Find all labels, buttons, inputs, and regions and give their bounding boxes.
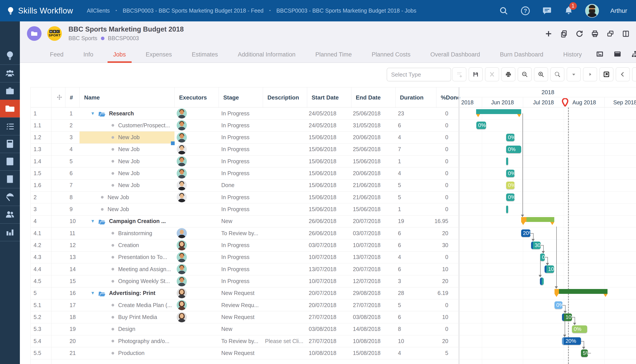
gantt-task-bar[interactable]: 0% xyxy=(506,146,521,153)
executor-cell[interactable] xyxy=(177,144,219,155)
table-row[interactable]: 28New JobIn Progress15/06/201821/06/2018… xyxy=(31,191,458,204)
executor-avatar[interactable] xyxy=(177,228,187,238)
job-name[interactable]: Meeting and Assign... xyxy=(118,266,171,272)
stage-cell[interactable]: To Review by... xyxy=(221,335,264,347)
start-date-cell[interactable]: 27/07/2018 xyxy=(309,335,351,347)
executor-cell[interactable] xyxy=(177,155,219,167)
table-row[interactable]: 5.218Buy Print MediaNew Request27/07/201… xyxy=(31,311,458,324)
sidebar-item-receipt[interactable] xyxy=(0,170,20,188)
gantt-task-bar[interactable]: 20% xyxy=(540,278,544,285)
description-cell[interactable] xyxy=(265,251,308,263)
table-row[interactable]: 5.521ProductionNew Request10/08/201815/0… xyxy=(31,347,458,359)
job-name[interactable]: Presentation to To... xyxy=(118,254,167,260)
start-date-cell[interactable]: 24/05/2018 xyxy=(309,108,351,119)
gantt-task-bar[interactable]: 30% xyxy=(531,242,541,249)
job-name[interactable]: Buy Print Media xyxy=(118,314,157,320)
pct-done-cell[interactable]: 10 xyxy=(415,311,448,323)
pct-done-cell[interactable]: 16.95 xyxy=(415,215,448,227)
caret-down-button[interactable] xyxy=(567,67,581,82)
executor-cell[interactable] xyxy=(177,215,219,227)
save-button[interactable] xyxy=(469,67,483,82)
job-name-cell[interactable]: ▼Research xyxy=(80,108,185,119)
select-type-input[interactable] xyxy=(387,68,451,82)
tab-planned-costs[interactable]: Planned Costs xyxy=(366,46,416,62)
table-row[interactable]: 410▼Campaign Creation ...New26/06/201820… xyxy=(31,215,458,228)
start-date-column-header[interactable]: Start Date xyxy=(307,87,351,108)
table-row[interactable]: 5.420Photography and/o...To Review by...… xyxy=(31,335,458,347)
sidebar-item-calculator[interactable] xyxy=(0,135,20,153)
executor-avatar[interactable] xyxy=(177,168,187,178)
pct-done-cell[interactable]: 0 xyxy=(415,168,448,179)
job-name[interactable]: Creation xyxy=(118,242,139,248)
wbs-column-header[interactable] xyxy=(31,87,51,108)
end-date-cell[interactable]: 10/07/2018 xyxy=(353,239,395,251)
description-cell[interactable] xyxy=(265,119,308,131)
stage-cell[interactable]: In Progress xyxy=(221,144,264,155)
export-button[interactable] xyxy=(599,67,613,82)
pct-done-cell[interactable]: 0 xyxy=(415,251,448,263)
gantt-task-bar[interactable]: 0% xyxy=(540,254,545,261)
executor-avatar[interactable] xyxy=(177,288,187,298)
job-name[interactable]: Campaign Creation ... xyxy=(109,218,166,224)
executor-cell[interactable] xyxy=(177,275,219,287)
executor-avatar[interactable] xyxy=(177,300,187,310)
client-name[interactable]: BBC Sports xyxy=(69,35,97,42)
today-pin-icon[interactable] xyxy=(562,98,568,106)
description-cell[interactable] xyxy=(265,311,308,323)
stage-cell[interactable]: New Request xyxy=(221,347,264,359)
gantt-task-bar[interactable]: 0% xyxy=(554,301,562,309)
job-name[interactable]: Design xyxy=(118,326,135,332)
tab-history[interactable]: History xyxy=(557,46,587,62)
executor-cell[interactable] xyxy=(177,227,219,239)
zoom-in-button[interactable] xyxy=(534,67,548,82)
executor-avatar[interactable] xyxy=(177,252,187,262)
executor-cell[interactable] xyxy=(177,287,219,299)
help-icon[interactable]: ? xyxy=(520,6,530,16)
stage-cell[interactable]: Review Requ... xyxy=(221,299,264,311)
description-cell[interactable] xyxy=(265,275,308,287)
tab-estimates[interactable]: Estimates xyxy=(186,46,224,62)
job-name[interactable]: New Job xyxy=(118,182,140,188)
job-name[interactable]: New Job xyxy=(118,158,140,164)
end-date-cell[interactable]: 15/06/2018 xyxy=(353,155,395,167)
start-date-cell[interactable]: 27/07/2018 xyxy=(309,311,351,323)
pct-done-cell[interactable]: 10 xyxy=(415,263,448,275)
pct-done-cell[interactable]: 0 xyxy=(415,299,448,311)
pct-done-cell[interactable]: 0 xyxy=(415,323,448,335)
job-name[interactable]: Photography and/o... xyxy=(118,338,169,344)
search-icon[interactable] xyxy=(499,6,509,16)
description-cell[interactable] xyxy=(265,204,308,215)
job-name[interactable]: Customer/Prospect... xyxy=(118,122,170,128)
start-date-cell[interactable]: 13/07/2018 xyxy=(309,263,351,275)
pct-done-cell[interactable]: 0 xyxy=(415,108,448,119)
description-cell[interactable] xyxy=(265,144,308,155)
tab-feed[interactable]: Feed xyxy=(44,46,69,62)
job-name[interactable]: New Job xyxy=(118,134,140,140)
tab-planned-time[interactable]: Planned Time xyxy=(309,46,358,62)
job-name[interactable]: Research xyxy=(109,110,134,117)
job-name[interactable]: New Job xyxy=(118,170,140,176)
pct-done-cell[interactable]: 20 xyxy=(415,335,448,347)
start-date-cell[interactable]: 15/06/2018 xyxy=(309,132,351,144)
user-avatar[interactable] xyxy=(585,4,599,18)
description-cell[interactable]: Please set Cli... xyxy=(265,335,308,347)
table-row[interactable]: 4.414Meeting and Assign...In Progress13/… xyxy=(31,263,458,275)
job-name[interactable]: New Job xyxy=(108,206,129,212)
zoom-out-button[interactable] xyxy=(518,67,532,82)
tab-expenses[interactable]: Expenses xyxy=(140,46,178,62)
gantt-task-bar[interactable]: 0% xyxy=(506,170,515,177)
pct-done-cell[interactable]: 30 xyxy=(415,239,448,251)
end-date-cell[interactable]: 15/06/2018 xyxy=(353,204,395,215)
executor-cell[interactable] xyxy=(177,168,219,179)
tab-overall-dashboard[interactable]: Overall Dashboard xyxy=(425,46,486,62)
job-name[interactable]: Brainstorming xyxy=(118,230,152,236)
duplicate-icon[interactable] xyxy=(560,30,568,38)
end-date-cell[interactable]: 31/05/2018 xyxy=(353,119,395,131)
gantt-task-bar[interactable]: 0% xyxy=(476,122,486,129)
sidebar-item-document[interactable] xyxy=(0,153,20,171)
executor-cell[interactable] xyxy=(177,191,219,203)
zoom-fit-button[interactable] xyxy=(550,67,564,82)
gantt-task-bar[interactable]: 0% xyxy=(506,182,515,189)
gantt-task-bar[interactable] xyxy=(506,158,508,165)
executor-cell[interactable] xyxy=(177,323,219,335)
